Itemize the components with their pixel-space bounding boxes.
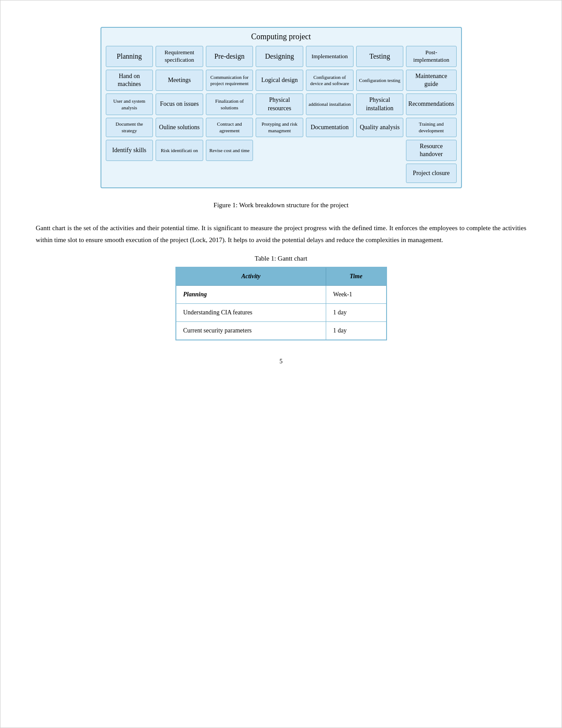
wbs-cell-r2-c5: Physical installation	[356, 93, 404, 115]
wbs-cell-r1-c0: Hand on machines	[106, 70, 153, 91]
activity-cell-2: Current security parameters	[176, 322, 326, 340]
wbs-cell-r1-c2: Communication for project requirement	[206, 70, 253, 91]
wbs-cell-r4-c3	[256, 140, 303, 161]
wbs-cell-r5-c5	[356, 164, 404, 183]
wbs-cell-r0-c3: Designing	[256, 46, 303, 67]
gantt-table: Activity Time PlanningWeek-1Understandin…	[175, 267, 387, 340]
time-header: Time	[326, 267, 386, 286]
wbs-cell-r3-c4: Documentation	[306, 118, 354, 137]
wbs-cell-r2-c3: Physical resources	[256, 93, 303, 115]
wbs-cell-r5-c0	[106, 164, 153, 183]
wbs-cell-r5-c2	[206, 164, 253, 183]
wbs-cell-r5-c1	[156, 164, 203, 183]
wbs-cell-r0-c4: Implementation	[306, 46, 354, 67]
wbs-cell-r2-c1: Focus on issues	[156, 93, 203, 115]
wbs-cell-r3-c0: Document the strategy	[106, 118, 153, 137]
wbs-cell-r4-c6: Resource handover	[406, 140, 456, 161]
wbs-grid: PlanningRequirement specificationPre-des…	[106, 46, 457, 183]
wbs-cell-r1-c1: Meetings	[156, 70, 203, 91]
wbs-cell-r3-c1: Ouline solutions	[156, 118, 203, 137]
activity-cell-1: Understanding CIA features	[176, 304, 326, 322]
wbs-diagram: Computing project PlanningRequirement sp…	[100, 27, 462, 188]
table-header-row: Activity Time	[176, 267, 387, 286]
time-cell-2: 1 day	[326, 322, 386, 340]
wbs-cell-r3-c6: Training and development	[406, 118, 456, 137]
wbs-cell-r5-c4	[306, 164, 354, 183]
wbs-cell-r3-c3: Protyping and risk managment	[256, 118, 303, 137]
table-title: Table 1: Gantt chart	[36, 255, 526, 262]
wbs-cell-r4-c2: Revise cost and time	[206, 140, 253, 161]
wbs-cell-r2-c6: Recommendations	[406, 93, 456, 115]
activity-cell-0: Planning	[176, 286, 326, 304]
wbs-cell-r1-c6: Maintenance guide	[406, 70, 456, 91]
wbs-cell-r1-c3: Logical design	[256, 70, 303, 91]
page-number: 5	[36, 358, 526, 365]
wbs-cell-r3-c5: Quality analysis	[356, 118, 404, 137]
activity-header: Activity	[176, 267, 326, 286]
wbs-cell-r1-c5: Configuration testing	[356, 70, 404, 91]
wbs-cell-r4-c0: Identify skills	[106, 140, 153, 161]
wbs-cell-r5-c3	[256, 164, 303, 183]
wbs-cell-r2-c0: User and system analysis	[106, 93, 153, 115]
figure-caption: Figure 1: Work breakdown structure for t…	[36, 202, 526, 209]
wbs-cell-r5-c6: Project closure	[406, 164, 456, 183]
table-row-0: PlanningWeek-1	[176, 286, 387, 304]
time-cell-1: 1 day	[326, 304, 386, 322]
wbs-cell-r0-c6: Post-implementation	[406, 46, 456, 67]
wbs-cell-r3-c2: Contract and agreement	[206, 118, 253, 137]
time-cell-0: Week-1	[326, 286, 386, 304]
wbs-cell-r2-c4: additional installation	[306, 93, 354, 115]
wbs-cell-r0-c2: Pre-design	[206, 46, 253, 67]
wbs-cell-r4-c1: Risk identificati on	[156, 140, 203, 161]
table-row-1: Understanding CIA features1 day	[176, 304, 387, 322]
page: Computing project PlanningRequirement sp…	[0, 0, 562, 728]
wbs-cell-r0-c5: Testing	[356, 46, 404, 67]
wbs-cell-r1-c4: Configuration of device and software	[306, 70, 354, 91]
wbs-cell-r4-c4	[306, 140, 354, 161]
wbs-title: Computing project	[106, 32, 457, 41]
body-text: Gantt chart is the set of the activities…	[36, 222, 526, 246]
wbs-cell-r0-c0: Planning	[106, 46, 153, 67]
table-row-2: Current security parameters1 day	[176, 322, 387, 340]
wbs-cell-r2-c2: Finalization of solutions	[206, 93, 253, 115]
wbs-cell-r0-c1: Requirement specification	[156, 46, 203, 67]
wbs-cell-r4-c5	[356, 140, 404, 161]
